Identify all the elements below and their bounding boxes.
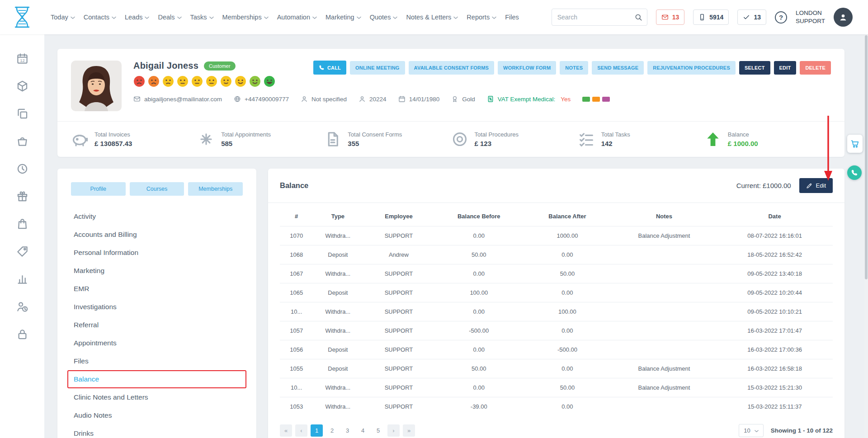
- menu-item-investigations[interactable]: Investigations: [67, 298, 246, 316]
- delete-button[interactable]: DELETE: [800, 61, 831, 75]
- mood-face-5[interactable]: [191, 75, 203, 87]
- menu-item-clinic-notes-and-letters[interactable]: Clinic Notes and Letters: [67, 388, 246, 406]
- nav-item-notes-letters[interactable]: Notes & Letters: [406, 14, 458, 21]
- menu-item-emr[interactable]: EMR: [67, 280, 246, 298]
- tasks-indicator[interactable]: 13: [737, 9, 766, 25]
- menu-item-appointments[interactable]: Appointments: [67, 334, 246, 352]
- page-size-select[interactable]: 10: [739, 424, 763, 437]
- scrollbar-thumb[interactable]: [865, 35, 868, 279]
- menu-item-referral[interactable]: Referral: [67, 316, 246, 334]
- select-button[interactable]: SELECT: [739, 61, 770, 75]
- nav-item-marketing[interactable]: Marketing: [326, 14, 361, 21]
- menu-item-audio-notes[interactable]: Audio Notes: [67, 406, 246, 424]
- nav-item-files[interactable]: Files: [505, 14, 519, 21]
- color-tag-1[interactable]: [582, 97, 590, 102]
- mood-face-1[interactable]: [133, 75, 145, 87]
- mood-face-2[interactable]: [148, 75, 160, 87]
- table-row[interactable]: 1065DepositSUPPORT100.000.0009-05-2022 1…: [280, 283, 833, 302]
- sidebar-gift-button[interactable]: [16, 190, 28, 203]
- tab-profile[interactable]: Profile: [71, 182, 126, 196]
- edit-button[interactable]: EDIT: [774, 61, 797, 75]
- sidebar-basket-button[interactable]: [16, 135, 28, 147]
- menu-item-accounts-and-billing[interactable]: Accounts and Billing: [67, 226, 246, 244]
- mood-face-6[interactable]: [206, 75, 217, 87]
- sidebar-chart-button[interactable]: [16, 273, 28, 285]
- messages-indicator[interactable]: 13: [656, 9, 685, 25]
- page-1-button[interactable]: 1: [311, 424, 323, 437]
- page-prev-button[interactable]: ‹: [295, 424, 307, 437]
- mood-face-8[interactable]: [235, 75, 246, 87]
- send-message-button[interactable]: SEND MESSAGE: [592, 61, 644, 75]
- sidebar-lock-button[interactable]: [16, 328, 28, 340]
- page-3-button[interactable]: 3: [341, 424, 354, 437]
- available-consent-forms-button[interactable]: AVAILABLE CONSENT FORMS: [409, 61, 495, 75]
- notes-button[interactable]: NOTES: [560, 61, 588, 75]
- table-row[interactable]: 1067Withdra...SUPPORT0.0050.0009-05-2022…: [280, 264, 833, 283]
- table-row[interactable]: 10...Withdra...SUPPORT0.00100.0009-05-20…: [280, 302, 833, 321]
- mood-face-9[interactable]: [249, 75, 261, 87]
- mood-face-10[interactable]: [264, 75, 275, 87]
- cart-widget[interactable]: [847, 135, 863, 153]
- mood-face-4[interactable]: [177, 75, 189, 87]
- table-cell: 0.00: [434, 378, 523, 397]
- color-tag-3[interactable]: [602, 97, 610, 102]
- table-row[interactable]: 1068DepositAndrew50.000.0018-05-2022 16:…: [280, 245, 833, 264]
- nav-item-quotes[interactable]: Quotes: [370, 14, 398, 21]
- scrollbar[interactable]: [864, 34, 868, 438]
- stat-label: Total Tasks: [601, 131, 630, 138]
- sidebar-history-button[interactable]: [16, 163, 28, 175]
- sidebar-package-button[interactable]: [16, 80, 28, 92]
- menu-item-activity[interactable]: Activity: [67, 207, 246, 226]
- table-cell: 09-05-2022 10:10:21: [717, 302, 833, 321]
- search-input[interactable]: [552, 14, 630, 21]
- user-avatar[interactable]: [834, 8, 853, 27]
- calls-indicator[interactable]: 5914: [693, 9, 729, 25]
- call-button[interactable]: CALL: [313, 61, 346, 75]
- nav-item-today[interactable]: Today: [51, 14, 75, 21]
- table-row[interactable]: 1070Withdra...SUPPORT0.001000.00Balance …: [280, 226, 833, 245]
- online-meeting-button[interactable]: ONLINE MEETING: [350, 61, 405, 75]
- table-row[interactable]: 1057Withdra...SUPPORT-500.000.0016-03-20…: [280, 321, 833, 340]
- sidebar-shopping-bag-button[interactable]: [16, 218, 28, 230]
- table-row[interactable]: 1053Withdra...SUPPORT-39.000.0015-03-202…: [280, 397, 833, 416]
- mood-face-7[interactable]: [220, 75, 232, 87]
- sidebar-tag-button[interactable]: [16, 245, 28, 258]
- mood-face-3[interactable]: [162, 75, 174, 87]
- profile-photo: [71, 61, 122, 111]
- page-5-button[interactable]: 5: [372, 424, 384, 437]
- menu-item-personal-information[interactable]: Personal Information: [67, 244, 246, 262]
- call-widget[interactable]: [847, 165, 862, 180]
- menu-item-drinks[interactable]: Drinks: [67, 424, 246, 438]
- page-last-button[interactable]: »: [403, 424, 415, 437]
- table-row[interactable]: 1056DepositSUPPORT0.00-500.0016-03-2022 …: [280, 340, 833, 359]
- menu-item-balance[interactable]: Balance: [67, 370, 246, 388]
- menu-item-files[interactable]: Files: [67, 352, 246, 370]
- sidebar-user-clock-button[interactable]: [16, 301, 28, 313]
- nav-item-tasks[interactable]: Tasks: [190, 14, 214, 21]
- rejuvenation-procedures-button[interactable]: REJUVENATION PROCEDURES: [647, 61, 736, 75]
- app-logo[interactable]: [0, 5, 44, 29]
- sidebar-copy-button[interactable]: [16, 108, 28, 120]
- nav-item-deals[interactable]: Deals: [158, 14, 181, 21]
- page-2-button[interactable]: 2: [326, 424, 338, 437]
- menu-item-marketing[interactable]: Marketing: [67, 262, 246, 280]
- nav-item-reports[interactable]: Reports: [467, 14, 496, 21]
- page-next-button[interactable]: ›: [387, 424, 400, 437]
- table-row[interactable]: 10...Withdra...SUPPORT0.0050.00Balance A…: [280, 378, 833, 397]
- tab-memberships[interactable]: Memberships: [188, 182, 243, 196]
- table-row[interactable]: 1055DepositSUPPORT50.000.00Balance Adjus…: [280, 359, 833, 378]
- workflow-form-button[interactable]: WORKFLOW FORM: [498, 61, 556, 75]
- page-4-button[interactable]: 4: [357, 424, 369, 437]
- sidebar-calendar-12-button[interactable]: 12: [16, 52, 28, 65]
- search-button[interactable]: [630, 9, 647, 25]
- help-button[interactable]: ?: [775, 11, 787, 24]
- nav-item-contacts[interactable]: Contacts: [84, 14, 116, 21]
- balance-edit-button[interactable]: Edit: [799, 178, 833, 193]
- color-tag-2[interactable]: [592, 97, 600, 102]
- tab-courses[interactable]: Courses: [130, 182, 184, 196]
- main-content: Abigail Joness Customer CALLONLINE MEETI…: [57, 34, 844, 438]
- nav-item-memberships[interactable]: Memberships: [222, 14, 269, 21]
- page-first-button[interactable]: «: [280, 424, 292, 437]
- nav-item-leads[interactable]: Leads: [125, 14, 150, 21]
- nav-item-automation[interactable]: Automation: [277, 14, 317, 21]
